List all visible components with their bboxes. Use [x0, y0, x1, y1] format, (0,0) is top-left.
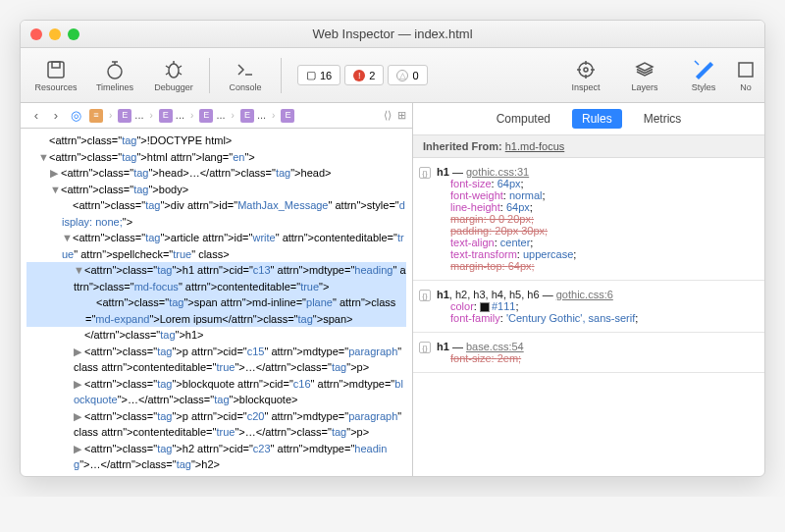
- error-count[interactable]: !2: [344, 65, 384, 85]
- tab-metrics[interactable]: Metrics: [634, 109, 692, 129]
- tool-label: Styles: [692, 82, 716, 92]
- dom-node[interactable]: ▼<attrn">class="tag">article attrn">id="…: [26, 230, 406, 262]
- ruler-icon: [693, 59, 714, 80]
- inspector-window: Web Inspector — index.html Resources Tim…: [20, 20, 765, 477]
- target-icon[interactable]: ◎: [66, 106, 85, 126]
- bug-icon: [163, 59, 184, 80]
- svg-rect-0: [48, 62, 64, 78]
- target-icon: [575, 59, 597, 80]
- source-link[interactable]: base.css:54: [466, 341, 524, 352]
- rule-icon: {}: [419, 167, 431, 179]
- dom-node[interactable]: ▶<attrn">class="tag">h2 attrn">cid="c23"…: [26, 441, 406, 473]
- disclosure-triangle[interactable]: ▶: [74, 344, 82, 360]
- dom-panel: ‹ › ◎ ≡› E...› E...› E...› E...› E ⟨⟩ ⊞ …: [21, 103, 413, 476]
- toolbar: Resources Timelines Debugger Console ▢ 1…: [21, 48, 764, 103]
- resources-tool[interactable]: Resources: [28, 59, 83, 92]
- tool-label: Layers: [631, 82, 657, 92]
- view-icons: ⟨⟩ ⊞: [384, 107, 406, 124]
- crumb[interactable]: E...: [236, 107, 270, 124]
- counters: ▢ 16 !2 △0: [297, 65, 428, 85]
- crumb[interactable]: E: [277, 109, 298, 123]
- disclosure-triangle[interactable]: ▼: [62, 230, 71, 246]
- declaration[interactable]: text-transform: uppercase;: [437, 248, 755, 260]
- nav-back[interactable]: ‹: [26, 106, 46, 126]
- tool-label: Resources: [34, 82, 77, 92]
- declaration[interactable]: font-family: 'Century Gothic', sans-seri…: [437, 312, 755, 324]
- crumb[interactable]: ≡: [85, 109, 107, 123]
- declaration[interactable]: font-size: 2em;: [437, 352, 755, 364]
- tab-computed[interactable]: Computed: [487, 109, 560, 129]
- inherit-header: Inherited From: h1.md-focus: [413, 135, 764, 158]
- dom-node[interactable]: ▼<attrn">class="tag">html attrn">lang="e…: [26, 149, 406, 166]
- dom-node[interactable]: ▶<attrn">class="tag">blockquote attrn">c…: [26, 376, 406, 408]
- dom-node[interactable]: <attrn">class="tag">!DOCTYPE html>: [26, 133, 406, 149]
- grid-view-icon[interactable]: ⊞: [397, 107, 406, 124]
- declaration[interactable]: font-weight: normal;: [437, 189, 755, 201]
- declaration[interactable]: text-align: center;: [437, 237, 755, 248]
- rules-list: {}h1 — gothic.css:31font-size: 64px;font…: [413, 158, 764, 373]
- declaration[interactable]: margin-top: 64px;: [437, 260, 755, 272]
- warning-count[interactable]: △0: [388, 65, 427, 85]
- resource-count[interactable]: ▢ 16: [297, 65, 340, 85]
- window-title: Web Inspector — index.html: [21, 27, 764, 41]
- selector[interactable]: h1, h2, h3, h4, h5, h6: [437, 289, 540, 300]
- titlebar: Web Inspector — index.html: [21, 21, 764, 48]
- selector[interactable]: h1: [437, 166, 449, 178]
- disclosure-triangle[interactable]: ▶: [74, 376, 82, 393]
- dom-node[interactable]: </attrn">class="tag">h1>: [26, 327, 406, 344]
- disclosure-triangle[interactable]: ▼: [74, 262, 82, 279]
- source-link[interactable]: gothic.css:31: [466, 166, 529, 178]
- dom-node[interactable]: <attrn">class="tag">div attrn">id="MathJ…: [26, 197, 406, 230]
- timelines-tool[interactable]: Timelines: [87, 59, 142, 92]
- styles-tool[interactable]: Styles: [676, 59, 731, 92]
- tool-label: Console: [229, 82, 261, 92]
- dom-node[interactable]: <attrn">class="tag">span attrn">md-inlin…: [26, 294, 406, 327]
- console-tool[interactable]: Console: [218, 59, 273, 92]
- inspect-tool[interactable]: Inspect: [558, 59, 613, 92]
- declaration[interactable]: color: #111;: [437, 300, 755, 312]
- declaration[interactable]: padding: 20px 30px;: [437, 225, 755, 237]
- node-tool[interactable]: No: [735, 59, 757, 92]
- dom-node[interactable]: ▼<attrn">class="tag">body>: [26, 182, 406, 198]
- node-icon: [735, 59, 757, 80]
- disclosure-triangle[interactable]: ▼: [38, 149, 47, 166]
- dom-node[interactable]: ▶<attrn">class="tag">p attrn">cid="c15" …: [26, 344, 406, 376]
- dom-node[interactable]: ▶<attrn">class="tag">head>…</attrn">clas…: [26, 165, 406, 182]
- selector[interactable]: h1: [437, 341, 449, 352]
- dom-tree[interactable]: <attrn">class="tag">!DOCTYPE html>▼<attr…: [21, 129, 412, 476]
- stopwatch-icon: [104, 59, 126, 80]
- crumb[interactable]: E...: [195, 107, 229, 124]
- save-icon: [45, 59, 67, 80]
- disclosure-triangle[interactable]: ▼: [50, 182, 59, 198]
- css-rule[interactable]: {}h1 — gothic.css:31font-size: 64px;font…: [413, 158, 764, 281]
- crumb[interactable]: E...: [114, 107, 147, 124]
- console-icon: [235, 59, 256, 80]
- inherit-selector-link[interactable]: h1.md-focus: [505, 140, 565, 152]
- svg-point-3: [169, 64, 179, 78]
- color-swatch[interactable]: [480, 302, 490, 312]
- declaration[interactable]: margin: 0 0 20px;: [437, 213, 755, 225]
- css-rule[interactable]: {}h1, h2, h3, h4, h5, h6 — gothic.css:6c…: [413, 281, 764, 333]
- layers-tool[interactable]: Layers: [617, 59, 672, 92]
- debugger-tool[interactable]: Debugger: [146, 59, 201, 92]
- disclosure-triangle[interactable]: ▶: [74, 408, 82, 425]
- disclosure-triangle[interactable]: ▶: [74, 441, 82, 457]
- tool-label: Debugger: [154, 82, 193, 92]
- styles-panel: Computed Rules Metrics Inherited From: h…: [413, 103, 764, 476]
- rule-icon: {}: [419, 290, 431, 301]
- separator: [281, 58, 282, 93]
- crumb[interactable]: E...: [155, 107, 188, 124]
- source-link[interactable]: gothic.css:6: [556, 289, 613, 300]
- nav-fwd[interactable]: ›: [46, 106, 66, 126]
- style-tabs: Computed Rules Metrics: [413, 103, 764, 135]
- tab-rules[interactable]: Rules: [572, 109, 622, 129]
- svg-point-2: [108, 65, 122, 79]
- declaration[interactable]: font-size: 64px;: [437, 178, 755, 189]
- tree-view-icon[interactable]: ⟨⟩: [384, 107, 392, 124]
- declaration[interactable]: line-height: 64px;: [437, 201, 755, 213]
- layers-icon: [634, 59, 655, 80]
- disclosure-triangle[interactable]: ▶: [50, 165, 59, 182]
- css-rule[interactable]: {}h1 — base.css:54font-size: 2em;: [413, 333, 764, 373]
- dom-node[interactable]: ▼<attrn">class="tag">h1 attrn">cid="c13"…: [26, 262, 406, 294]
- dom-node[interactable]: ▶<attrn">class="tag">p attrn">cid="c20" …: [26, 408, 406, 441]
